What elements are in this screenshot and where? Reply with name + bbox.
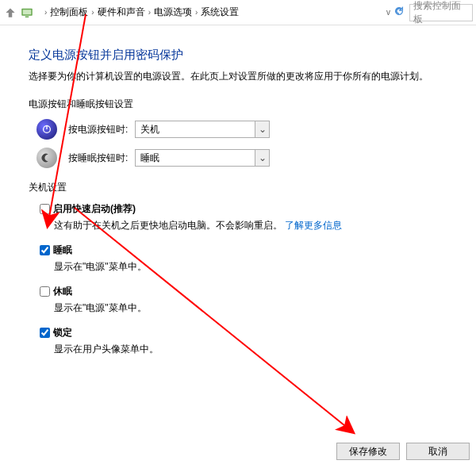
search-placeholder: 搜索控制面板 xyxy=(413,0,469,26)
hibernate-checkbox[interactable] xyxy=(40,286,50,297)
svg-rect-1 xyxy=(23,10,32,14)
list-item: 锁定 显示在用户头像菜单中。 xyxy=(40,326,447,356)
chevron-down-icon: ⌄ xyxy=(255,150,269,166)
list-item: 启用快速启动(推荐) 这有助于在关机之后更快地启动电脑。不会影响重启。 了解更多… xyxy=(40,202,447,232)
checkbox-title: 锁定 xyxy=(53,326,72,339)
control-panel-icon xyxy=(19,5,35,21)
list-item: 睡眠 显示在"电源"菜单中。 xyxy=(40,244,447,274)
svg-rect-2 xyxy=(25,16,29,17)
dropdown-caret-icon[interactable]: v xyxy=(386,8,390,17)
select-value: 睡眠 xyxy=(140,152,264,165)
breadcrumb-item[interactable]: 系统设置 xyxy=(201,6,239,19)
checkbox-desc: 显示在"电源"菜单中。 xyxy=(40,301,447,315)
cancel-button[interactable]: 取消 xyxy=(406,443,470,460)
checkbox-desc: 显示在用户头像菜单中。 xyxy=(40,343,447,356)
sleep-checkbox[interactable] xyxy=(40,245,50,255)
list-item: 休眠 显示在"电源"菜单中。 xyxy=(40,285,447,315)
checkbox-title: 睡眠 xyxy=(53,244,72,257)
search-input[interactable]: 搜索控制面板 xyxy=(409,4,473,21)
page-title: 定义电源按钮并启用密码保护 xyxy=(29,48,447,63)
lock-checkbox[interactable] xyxy=(40,328,50,338)
power-icon xyxy=(36,119,57,140)
section-header-shutdown: 关机设置 xyxy=(29,181,447,194)
section-header-buttons: 电源按钮和睡眠按钮设置 xyxy=(29,98,447,111)
checkbox-desc: 显示在"电源"菜单中。 xyxy=(40,260,447,274)
breadcrumb-item[interactable]: 电源选项 xyxy=(154,6,192,19)
save-button[interactable]: 保存修改 xyxy=(336,443,400,460)
learn-more-link[interactable]: 了解更多信息 xyxy=(285,220,342,231)
sleep-icon xyxy=(36,148,57,168)
breadcrumb-item[interactable]: 控制面板 xyxy=(50,6,88,19)
select-value: 关机 xyxy=(140,123,264,136)
power-button-action-select[interactable]: 关机 ⌄ xyxy=(135,121,270,138)
sleep-button-action-select[interactable]: 睡眠 ⌄ xyxy=(135,149,270,167)
checkbox-desc: 这有助于在关机之后更快地启动电脑。不会影响重启。 xyxy=(54,220,282,231)
checkbox-title: 启用快速启动(推荐) xyxy=(53,202,136,216)
breadcrumb[interactable]: › 控制面板 › 硬件和声音 › 电源选项 › 系统设置 xyxy=(38,3,382,22)
page-description: 选择要为你的计算机设置的电源设置。在此页上对设置所做的更改将应用于你所有的电源计… xyxy=(29,69,447,83)
chevron-down-icon: ⌄ xyxy=(255,121,269,137)
checkbox-title: 休眠 xyxy=(53,285,72,298)
power-button-label: 按电源按钮时: xyxy=(68,123,135,136)
sleep-button-label: 按睡眠按钮时: xyxy=(68,152,135,165)
fast-startup-checkbox[interactable] xyxy=(40,204,50,214)
nav-up-icon[interactable] xyxy=(3,6,17,20)
refresh-icon[interactable] xyxy=(393,6,405,19)
breadcrumb-item[interactable]: 硬件和声音 xyxy=(98,6,145,19)
